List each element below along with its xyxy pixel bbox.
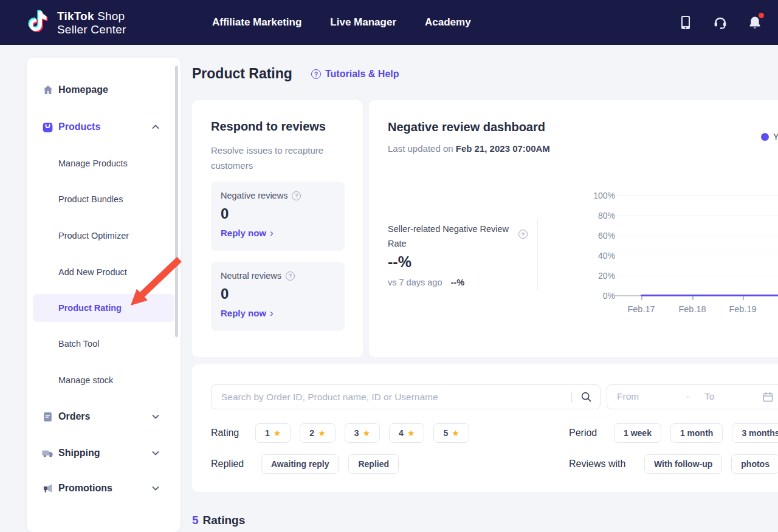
sidebar-item-homepage[interactable]: Homepage [27,78,181,102]
megaphone-icon [41,482,54,495]
truck-icon [41,447,54,460]
ratings-count-heading: 5Ratings [192,514,245,527]
neutral-reviews-label: Neutral reviews [221,271,281,281]
rating-filter-row: Rating 1★ 2★ 3★ 4★ 5★ [211,423,469,443]
legend-dot-icon [761,133,769,141]
chevron-right-icon: › [270,229,274,237]
sidebar-item-product-optimizer[interactable]: Product Optimizer [27,224,181,247]
info-question-icon[interactable]: ? [292,191,301,200]
brand-text: TikTok Shop Seller Center [57,10,126,36]
metric-compare: vs 7 days ago --% [388,278,464,287]
chevron-right-icon: › [270,309,274,318]
page-title: Product Rating [192,66,292,82]
search-icon[interactable] [572,385,600,409]
sidebar-item-shipping[interactable]: Shipping [27,441,181,465]
x-tick [641,296,642,300]
chevron-down-icon[interactable] [151,448,160,458]
nav-academy[interactable]: Academy [425,16,471,29]
star-icon: ★ [274,428,281,438]
tutorials-help-link[interactable]: ? Tutorials & Help [311,69,399,80]
info-question-icon[interactable]: ? [286,271,295,281]
negative-review-rate-chart: 100% 80% 60% 40% 20% 0% Feb.17 Feb.18 Fe… [573,185,778,343]
date-separator: - [686,391,689,402]
rating-4-button[interactable]: 4★ [389,423,424,443]
brand-logo[interactable]: TikTok Shop Seller Center [24,7,126,39]
neutral-reply-now-link[interactable]: Reply now › [221,308,335,318]
gridline [615,236,778,236]
calendar-icon[interactable] [762,391,774,405]
star-icon: ★ [318,428,326,438]
sidebar-item-product-bundles[interactable]: Product Bundles [27,188,181,211]
sidebar-item-manage-products[interactable]: Manage Products [27,152,181,175]
gridline [615,256,778,256]
tiktok-note-icon [24,7,51,39]
chevron-down-icon[interactable] [151,483,160,493]
sidebar: Homepage Products Manage Products Produc… [27,58,181,532]
period-filter-row: Period 1 week 1 month 3 months [569,423,778,443]
home-icon [41,84,54,97]
legend-label: Y [773,132,778,142]
chevron-down-icon[interactable] [151,412,160,421]
filters-card: From - To Rating 1★ 2★ 3★ 4★ 5★ Period 1… [192,364,778,492]
sidebar-item-batch-tool[interactable]: Batch Tool [27,332,181,355]
rating-label: Rating [211,428,255,438]
rating-1-button[interactable]: 1★ [255,423,291,443]
mobile-app-icon[interactable] [678,15,693,30]
notifications-bell-icon[interactable] [748,15,762,30]
period-1-month-button[interactable]: 1 month [670,423,723,443]
negative-reviews-box: Negative reviews ? 0 Reply now › [211,182,345,251]
dashboard-title: Negative review dashboard [388,120,545,134]
chart-legend: Y [761,132,778,142]
neutral-reviews-box: Neutral reviews ? 0 Reply now › [211,262,345,331]
nav-affiliate-marketing[interactable]: Affiliate Marketing [212,16,301,29]
ratings-count-label: Ratings [203,514,246,527]
sidebar-item-orders[interactable]: Orders [27,404,181,429]
period-3-months-button[interactable]: 3 months [732,423,778,443]
negative-reply-now-link[interactable]: Reply now › [221,228,335,238]
respond-card-subtitle: Resolve issues to recapture customers [211,143,342,173]
sidebar-item-promotions[interactable]: Promotions [27,476,181,500]
photos-button[interactable]: photos [731,454,778,474]
support-headset-icon[interactable] [713,15,728,30]
replied-label: Replied [211,459,261,469]
metric-label: Seller-related Negative Review Rate [388,222,517,251]
notification-dot [759,13,764,18]
topbar-icons [678,0,762,45]
search-box [211,384,601,409]
x-axis-line [615,295,641,296]
rating-5-button[interactable]: 5★ [433,423,469,443]
ratings-count: 5 [192,514,199,527]
respond-to-reviews-card: Respond to reviews Resolve issues to rec… [192,100,363,357]
date-range-picker[interactable]: From - To [607,384,778,409]
date-from-placeholder: From [617,391,639,402]
sidebar-item-manage-stock[interactable]: Manage stock [27,369,181,392]
with-follow-up-button[interactable]: With follow-up [644,454,722,474]
neutral-reviews-count: 0 [221,285,335,302]
period-1-week-button[interactable]: 1 week [614,423,661,443]
metric-question-icon[interactable]: ? [518,230,528,239]
replied-filter-row: Replied Awaiting reply Replied [211,454,399,474]
gridline [615,216,778,216]
replied-button[interactable]: Replied [348,454,399,474]
star-icon: ★ [452,428,460,438]
products-bag-icon [41,121,54,134]
sidebar-scrollbar[interactable] [175,66,178,337]
app-root: TikTok Shop Seller Center Affiliate Mark… [0,0,778,532]
x-tick [743,296,744,300]
sidebar-item-products[interactable]: Products [27,115,181,139]
chart-series-line [641,295,778,296]
sidebar-item-add-new-product[interactable]: Add New Product [27,261,181,284]
search-input[interactable] [212,385,571,409]
rating-3-button[interactable]: 3★ [345,423,380,443]
negative-reviews-count: 0 [221,205,335,222]
nav-live-manager[interactable]: Live Manager [330,16,396,29]
star-icon: ★ [407,428,415,438]
sidebar-item-product-rating[interactable]: Product Rating [33,294,174,322]
awaiting-reply-button[interactable]: Awaiting reply [261,454,339,474]
metric-value: --% [388,253,411,271]
divider [537,219,538,290]
chevron-up-icon[interactable] [151,122,160,132]
negative-review-dashboard-card: Negative review dashboard Last updated o… [369,100,778,357]
rating-2-button[interactable]: 2★ [300,423,335,443]
date-to-placeholder: To [704,391,714,402]
